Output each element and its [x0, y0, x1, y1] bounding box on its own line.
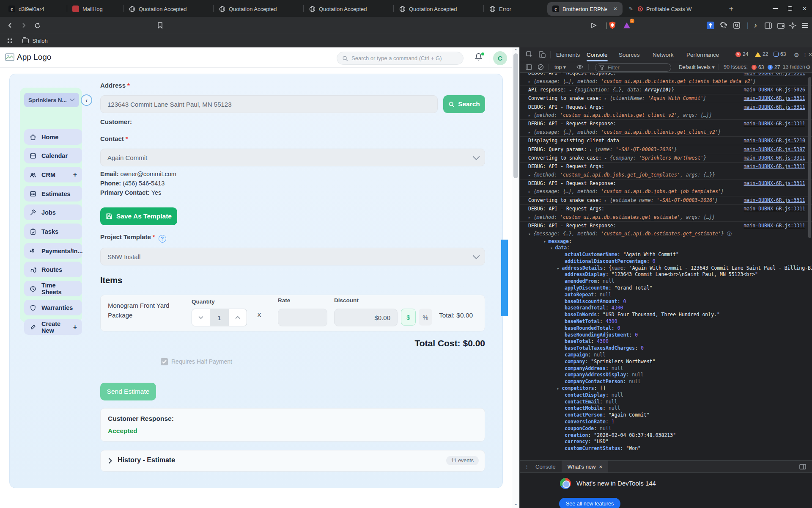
source-link[interactable]: main-DUBNX-6R.js:3311 [741, 73, 805, 76]
clear-console-icon[interactable] [538, 64, 544, 70]
context-selector[interactable]: top ▾ [554, 64, 566, 70]
plus-icon[interactable]: + [73, 171, 77, 179]
issues-label[interactable]: 90 Issues: [724, 64, 748, 70]
close-tab-icon[interactable]: × [599, 464, 603, 470]
expand-caret-icon[interactable]: ▸ [557, 266, 562, 271]
restore-icon[interactable] [788, 6, 792, 11]
devtools-tab-network[interactable]: Network [653, 47, 674, 62]
console-message[interactable]: Converting to snake case: ▸ {company: 'S… [520, 154, 812, 163]
source-link[interactable]: main-DUBNX-6R.js:3311 [741, 95, 805, 102]
device-toolbar-icon[interactable] [538, 51, 546, 58]
eye-icon[interactable] [576, 64, 583, 69]
console-message[interactable]: ▸ {method: 'custom_ui.api.db.estimates.g… [520, 213, 812, 221]
source-link[interactable]: main-DUBNX-6R.js:3311 [741, 223, 805, 229]
forward-icon[interactable] [19, 20, 29, 30]
sidebar-item-jobs[interactable]: Jobs [24, 204, 82, 220]
source-link[interactable]: main-DUBNX-6R.js:5387 [741, 146, 805, 153]
devtools-tab-elements[interactable]: Elements [556, 47, 580, 62]
close-devtools-icon[interactable]: ✕ [808, 52, 812, 58]
console-message[interactable]: ▸ {method: 'custom_ui.api.db.clients.get… [520, 111, 812, 120]
console-tree-line[interactable]: ▾ data: [520, 245, 812, 251]
drawer-tab-console[interactable]: Console [529, 461, 562, 472]
console-message[interactable]: Converting to snake case: ▸ {estimate_na… [520, 196, 812, 205]
plus-icon[interactable]: + [73, 323, 77, 331]
close-window-icon[interactable]: ✕ [802, 6, 807, 12]
page-scrollbar-thumb[interactable] [513, 53, 518, 178]
brave-shield-icon[interactable] [607, 20, 617, 30]
expand-caret-icon[interactable]: ▾ [550, 246, 555, 250]
search-box-icon[interactable] [732, 20, 742, 30]
console-tree-line[interactable]: ▸ addressDetails: {name: 'Again With Com… [520, 265, 812, 272]
browser-tab[interactable]: Quotation Accepted [304, 2, 393, 16]
log-levels-selector[interactable]: Default levels ▾ [679, 64, 715, 70]
devtools-tab-performance[interactable]: Performance [686, 47, 719, 62]
close-tab-icon[interactable]: ✕ [613, 6, 617, 12]
settings-gear-icon[interactable]: ⚙ [794, 52, 799, 58]
kebab-menu-icon[interactable]: ⋮ [802, 52, 808, 58]
rate-input[interactable] [278, 309, 327, 326]
help-icon[interactable]: ? [159, 235, 166, 243]
expand-caret-icon[interactable]: ▾ [543, 239, 548, 244]
drawer-kebab-icon[interactable]: ⋮ [524, 464, 529, 470]
card-scrollbar-thumb[interactable] [501, 240, 508, 316]
company-selector[interactable]: Sprinklers N... [24, 93, 79, 107]
sidebar-item-create-new[interactable]: Create New+ [24, 319, 82, 335]
browser-tab[interactable]: Quotation Accepted [214, 2, 303, 16]
drawer-tab-whats-new[interactable]: What's new× [562, 461, 608, 472]
sidebar-panel-icon[interactable] [763, 20, 773, 30]
half-payment-checkbox[interactable] [161, 358, 168, 365]
console-tree-line[interactable]: ▸ competitors: [] [520, 385, 812, 392]
console-message[interactable]: ▾ {message: {…}, method: 'custom_ui.api.… [520, 230, 812, 238]
console-message[interactable]: ▸ {message: {…}, method: 'custom_ui.api.… [520, 188, 812, 196]
browser-tab[interactable]: eBrotherton ERPNe✕ [547, 2, 623, 16]
share-icon[interactable] [589, 20, 599, 30]
source-link[interactable]: main-DUBNX-6R.js:3311 [741, 163, 805, 170]
source-link[interactable]: main-DUBNX-6R.js:3311 [741, 197, 805, 204]
bookmark-icon[interactable] [155, 20, 165, 30]
quantity-value[interactable]: 1 [210, 309, 228, 326]
warning-count-badge[interactable]: 22 [755, 51, 768, 57]
more-tabs-icon[interactable]: » [706, 52, 709, 58]
sidebar-item-time-sheets[interactable]: Time Sheets [24, 281, 82, 296]
address-search-button[interactable]: Search [443, 95, 485, 113]
project-template-select[interactable]: SNW Install [100, 248, 485, 265]
app-logo[interactable]: App Logo [5, 52, 51, 62]
sidebar-item-warranties[interactable]: Warranties [24, 300, 82, 315]
apps-grid-icon[interactable] [8, 39, 12, 43]
info-count-badge[interactable]: 63 [774, 51, 786, 57]
inspect-icon[interactable] [526, 51, 533, 58]
wallet-icon[interactable] [776, 20, 786, 30]
history-section[interactable]: History - Estimate 11 events [100, 450, 485, 472]
source-link[interactable]: main-DUBNX-6R.js:5026 [741, 87, 805, 93]
save-as-template-button[interactable]: Save As Template [100, 207, 177, 225]
source-link[interactable]: main-DUBNX-6R.js:3311 [741, 104, 805, 110]
source-link[interactable]: main-DUBNX-6R.js:3311 [741, 206, 805, 212]
error-count-badge[interactable]: ✕24 [735, 51, 748, 57]
command-search-input[interactable]: Search or type a command (Ctrl + G) [337, 52, 464, 65]
source-link[interactable]: main-DUBNX-6R.js:3311 [741, 180, 805, 187]
new-tab-button[interactable]: + [726, 3, 737, 14]
sidebar-item-calendar[interactable]: Calendar [24, 148, 82, 163]
menu-icon[interactable] [800, 20, 810, 30]
console-filter-input[interactable]: Filter [595, 64, 671, 72]
console-message[interactable]: ▸ {message: {…}, method: 'custom_ui.api.… [520, 128, 812, 137]
scroll-down-icon[interactable]: ⌄ [514, 501, 518, 506]
sidebar-item-payments-in[interactable]: Payments/In... [24, 243, 82, 259]
sidebar-item-crm[interactable]: CRM+ [24, 167, 82, 182]
stepper-down-icon[interactable] [192, 309, 210, 326]
sidebar-item-estimates[interactable]: Estimates [24, 186, 82, 202]
scroll-up-icon[interactable]: ⌃ [514, 48, 518, 54]
browser-tab[interactable]: ✎Profitable Casts W [623, 2, 697, 16]
expand-caret-icon[interactable]: ▸ [557, 386, 562, 391]
sidebar-item-routes[interactable]: Routes [24, 262, 82, 277]
source-link[interactable]: main-DUBNX-6R.js:3311 [741, 121, 805, 127]
sidebar-item-tasks[interactable]: Tasks [24, 224, 82, 239]
browser-tab[interactable]: Quotation Accepted [123, 2, 213, 16]
sidebar-collapse-button[interactable]: ‹ [81, 94, 92, 106]
contact-select[interactable]: Again Commit [100, 149, 485, 166]
console-sidebar-icon[interactable] [526, 64, 532, 70]
reload-icon[interactable] [32, 20, 42, 30]
sidebar-item-home[interactable]: Home [24, 129, 82, 145]
discount-percent-toggle[interactable]: % [419, 309, 432, 326]
browser-tab[interactable]: Error [484, 2, 547, 16]
